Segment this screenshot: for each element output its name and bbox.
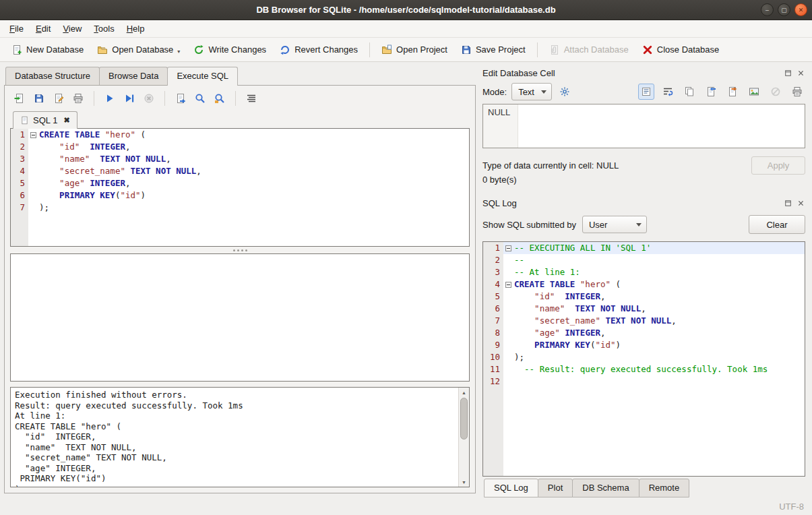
menu-help[interactable]: Help <box>121 20 151 37</box>
line-fill <box>651 242 805 254</box>
fold-marker-icon[interactable] <box>30 132 36 138</box>
edit-cell-float-panel-button[interactable] <box>783 68 792 78</box>
splitter-handle[interactable] <box>10 247 470 253</box>
line-fill <box>646 303 805 315</box>
clear-button[interactable]: Clear <box>749 215 805 234</box>
apply-button[interactable]: Apply <box>751 156 805 175</box>
sql-editor[interactable]: 1CREATE TABLE "hero" (2 "id" INTEGER,3 "… <box>10 128 470 247</box>
open-database-button[interactable]: Open Database▾ <box>91 42 186 58</box>
execute-all-button[interactable] <box>102 90 118 107</box>
fold-marker-icon[interactable] <box>505 282 511 288</box>
results-grid[interactable] <box>10 253 470 382</box>
open-database-label: Open Database <box>112 44 173 55</box>
code-text: CREATE TABLE "hero" ( <box>513 278 621 291</box>
find-replace-button[interactable] <box>212 90 228 107</box>
minimize-button[interactable]: – <box>761 3 774 16</box>
format-sql-button[interactable] <box>243 90 259 107</box>
dock-tab-sql-log[interactable]: SQL Log <box>484 479 538 497</box>
line-number: 4 <box>11 165 28 177</box>
line-fill <box>606 327 805 339</box>
close-tab-icon[interactable]: ✖ <box>63 116 69 125</box>
cell-editor[interactable]: NULL <box>482 104 805 148</box>
tab-database-structure[interactable]: Database Structure <box>5 67 100 85</box>
write-changes-icon <box>193 44 204 55</box>
code-text: "age" INTEGER, <box>38 177 131 189</box>
mode-settings-button[interactable] <box>557 84 573 100</box>
export-sql-icon <box>175 93 186 104</box>
text-view-button[interactable] <box>638 84 654 100</box>
menu-file[interactable]: File <box>3 20 30 37</box>
new-database-button[interactable]: New Database <box>5 42 90 58</box>
code-line: 4CREATE TABLE "hero" ( <box>483 278 805 291</box>
line-fill <box>621 339 805 351</box>
execution-log-pane[interactable]: Execution finished without errors. Resul… <box>10 387 470 487</box>
code-text: -- Result: query executed successfully. … <box>513 363 768 375</box>
copy-cell-button[interactable] <box>681 84 697 100</box>
open-sql-file-button[interactable] <box>11 90 28 107</box>
line-fill <box>606 291 805 303</box>
scroll-up-icon[interactable]: ▲ <box>459 388 469 396</box>
cell-type-row: Type of data currently in cell: NULL App… <box>482 156 805 175</box>
dock-tab-remote[interactable]: Remote <box>639 479 690 497</box>
fold-marker-icon[interactable] <box>505 245 511 251</box>
revert-changes-button[interactable]: Revert Changes <box>274 42 364 58</box>
open-project-button[interactable]: Open Project <box>375 42 454 58</box>
menu-edit[interactable]: Edit <box>30 20 57 37</box>
word-wrap-button[interactable] <box>660 84 676 100</box>
title-bar[interactable]: DB Browser for SQLite - /home/user/code/… <box>0 0 812 20</box>
write-changes-button[interactable]: Write Changes <box>187 42 272 58</box>
attach-database-button[interactable]: Attach Database <box>543 42 635 58</box>
dock-tab-plot[interactable]: Plot <box>538 479 573 497</box>
close-database-button[interactable]: Close Database <box>636 42 726 58</box>
edit-cell-close-panel-button[interactable] <box>796 68 805 78</box>
submitter-combobox[interactable]: User <box>582 216 647 233</box>
open-project-icon <box>381 44 392 55</box>
menu-view[interactable]: View <box>57 20 88 37</box>
code-line: 5 "age" INTEGER, <box>11 177 469 189</box>
save-sql-file-button[interactable] <box>31 90 47 107</box>
line-number: 11 <box>483 363 503 375</box>
save-sql-as-icon <box>53 93 64 104</box>
export-data-button[interactable] <box>724 84 741 100</box>
code-text: -- <box>513 254 524 266</box>
import-data-button[interactable] <box>703 84 719 100</box>
scrollbar-thumb[interactable] <box>460 398 468 440</box>
fold-column <box>503 266 513 278</box>
find-button[interactable] <box>192 90 208 107</box>
encoding-indicator[interactable]: UTF-8 <box>779 502 804 512</box>
maximize-button[interactable]: ▢ <box>778 3 790 16</box>
vertical-scrollbar[interactable]: ▲ ▼ <box>458 388 469 487</box>
save-project-button[interactable]: Save Project <box>455 42 532 58</box>
image-view-button[interactable] <box>746 84 762 100</box>
sql-log-view[interactable]: 1-- EXECUTING ALL IN 'SQL 1'2--3-- At li… <box>482 241 805 477</box>
tab-browse-data[interactable]: Browse Data <box>99 67 168 85</box>
save-project-icon <box>461 44 472 55</box>
set-null-button[interactable] <box>768 84 784 100</box>
close-database-label: Close Database <box>657 44 720 55</box>
sql-log-float-panel-button[interactable] <box>783 198 792 208</box>
print-button[interactable] <box>70 90 86 107</box>
edit-cell-dock-header: Edit Database Cell <box>482 65 805 81</box>
export-sql-button[interactable] <box>173 90 189 107</box>
close-button[interactable]: ✕ <box>794 3 807 16</box>
toolbar-separator <box>235 91 236 106</box>
execute-line-button[interactable] <box>121 90 137 107</box>
line-number: 4 <box>483 278 503 291</box>
window-controls: –▢✕ <box>761 3 807 16</box>
print-cell-button[interactable] <box>789 84 805 100</box>
sql-log-close-panel-button[interactable] <box>796 198 805 208</box>
code-line: 4 "secret_name" TEXT NOT NULL, <box>11 165 469 177</box>
sql-editor-tab[interactable]: SQL 1 ✖ <box>13 111 77 129</box>
stop-button[interactable] <box>141 90 157 107</box>
menu-tools[interactable]: Tools <box>88 20 120 37</box>
dropdown-arrow-icon[interactable]: ▾ <box>177 49 180 55</box>
float-panel-icon <box>784 200 792 207</box>
scroll-down-icon[interactable]: ▼ <box>459 478 469 486</box>
tab-execute-sql[interactable]: Execute SQL <box>167 67 238 86</box>
line-fill <box>524 254 805 266</box>
save-sql-as-button[interactable] <box>51 90 67 107</box>
main-tab-bar: Database StructureBrowse DataExecute SQL <box>4 66 476 85</box>
dock-tab-db-schema[interactable]: DB Schema <box>572 479 639 497</box>
code-line: 8 "age" INTEGER, <box>483 327 805 339</box>
mode-combobox[interactable]: Text <box>511 83 552 100</box>
